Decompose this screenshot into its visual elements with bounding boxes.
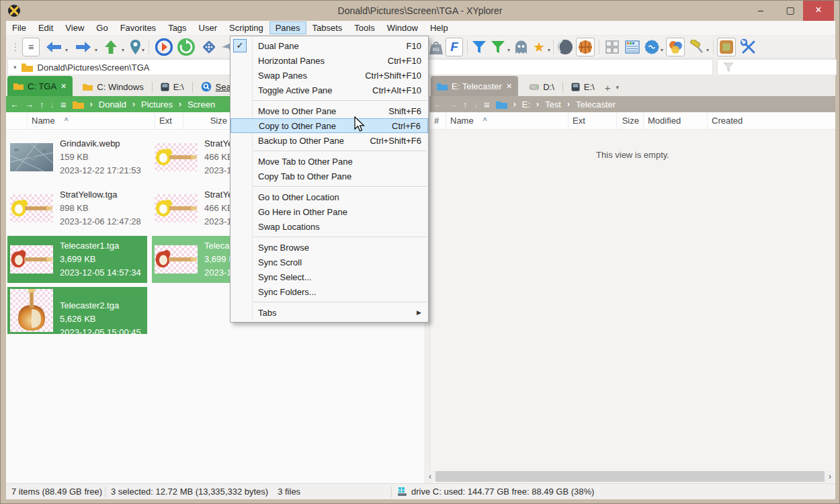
tab-c-windows[interactable]: C: Windows (77, 77, 149, 96)
scroll-right-icon[interactable]: › (825, 472, 835, 481)
badge-button[interactable] (644, 38, 659, 56)
menu-item-move-to-other-pane[interactable]: Move to Other Pane Shift+F6 (230, 103, 428, 118)
menu-item-go-here-in-other-pane[interactable]: Go Here in Other Pane (230, 204, 428, 219)
tab-close-icon[interactable]: ✕ (506, 82, 512, 91)
crumb-segment-test[interactable]: Test (545, 99, 561, 110)
crumb-back-icon[interactable]: ← (433, 99, 442, 110)
column-size[interactable]: Size (617, 112, 644, 129)
crumb-segment-e[interactable]: E: (522, 99, 530, 110)
up-button[interactable] (101, 38, 120, 56)
crumb-down-icon[interactable]: ↓ (474, 99, 478, 110)
tiles-view-button[interactable] (604, 38, 620, 56)
file-tile-telecaster2[interactable]: Telecaster2.tga 5,626 KB 2023-12-05 15:0… (7, 287, 147, 334)
column-name[interactable]: Name ^ (446, 112, 569, 129)
menu-item-horizontal-panes[interactable]: Horizontal Panes Ctrl+F10 (230, 53, 428, 68)
maximize-button[interactable]: ▢ (779, 1, 802, 21)
menu-item-dual-pane[interactable]: ✓ Dual Pane F10 (230, 38, 428, 53)
visual-filter-box[interactable] (717, 59, 837, 75)
star-caret[interactable]: ▾ (548, 47, 550, 53)
menu-item-tabs[interactable]: Tabs ▶ (230, 305, 428, 320)
address-chevron-icon[interactable]: ▾ (13, 64, 17, 71)
filter-green-caret[interactable]: ▾ (507, 47, 510, 53)
paint-roller-caret[interactable]: ▾ (706, 47, 709, 53)
tab-e-drive[interactable]: E:\ (155, 77, 190, 96)
color-circles-button[interactable] (666, 38, 685, 56)
menu-window[interactable]: Window (381, 22, 424, 34)
menu-favorites[interactable]: Favorites (114, 22, 162, 34)
column-icon[interactable] (6, 112, 28, 129)
crumb-forward-icon[interactable]: → (448, 99, 457, 110)
horizontal-scrollbar[interactable]: ‹ › (425, 471, 835, 482)
menu-item-backup-to-other-pane[interactable]: Backup to Other Pane Ctrl+Shift+F6 (230, 133, 428, 148)
menu-user[interactable]: User (193, 22, 223, 34)
menu-item-swap-locations[interactable]: Swap Locations (230, 219, 428, 234)
tab-close-icon[interactable]: ✕ (60, 82, 67, 91)
paint-roller-button[interactable] (689, 38, 705, 56)
file-tile-telecaster1[interactable]: Telecaster1.tga 3,699 KB 2023-12-05 14:5… (7, 236, 147, 283)
back-dropdown-caret[interactable]: ▾ (65, 47, 68, 53)
column-created[interactable]: Created (708, 112, 835, 129)
close-button[interactable]: ✕ (803, 1, 834, 21)
forward-button[interactable] (73, 38, 93, 56)
menu-help[interactable]: Help (424, 22, 454, 34)
column-name[interactable]: Name ^ (28, 112, 155, 129)
crumb-segment-telecaster[interactable]: Telecaster (576, 99, 616, 110)
menu-tabsets[interactable]: Tabsets (306, 22, 349, 34)
font-button[interactable]: F (446, 38, 463, 56)
moon-button[interactable] (557, 38, 573, 56)
menu-item-move-tab-to-other-pane[interactable]: Move Tab to Other Pane (230, 154, 428, 169)
up-dropdown-caret[interactable]: ▾ (122, 47, 124, 53)
menu-item-copy-tab-to-other-pane[interactable]: Copy Tab to Other Pane (230, 169, 428, 183)
menu-item-sync-browse[interactable]: Sync Browse (230, 240, 428, 255)
crumb-menu-icon[interactable]: ≡ (60, 99, 67, 110)
crumb-forward-icon[interactable]: → (25, 99, 34, 110)
refresh-button[interactable] (177, 38, 196, 56)
crumb-segment-pictures[interactable]: Pictures (141, 99, 173, 110)
file-tile-grindavik[interactable]: Grindavik.webp 159 KB 2023-12-22 17:21:5… (7, 134, 147, 181)
menu-edit[interactable]: Edit (32, 22, 59, 34)
crumb-back-icon[interactable]: ← (10, 99, 19, 110)
menu-view[interactable]: View (59, 22, 90, 34)
address-path[interactable]: Donald\Pictures\Screen\TGA (38, 62, 150, 73)
file-tile-stratyellow[interactable]: StratYellow.tga 898 KB 2023-12-06 12:47:… (7, 185, 147, 232)
filter-green-button[interactable] (490, 38, 506, 56)
tab-e-telecaster[interactable]: E: Telecaster ✕ (431, 76, 518, 96)
preview-frame-button[interactable] (717, 38, 736, 56)
menu-file[interactable]: File (6, 22, 32, 34)
tools-button[interactable] (740, 38, 757, 56)
crumb-down-icon[interactable]: ↓ (50, 99, 55, 110)
basketball-button[interactable] (576, 38, 595, 56)
dice-button[interactable] (200, 38, 218, 56)
new-tab-button[interactable]: + (601, 82, 615, 96)
crumb-segment-donald[interactable]: Donald (99, 99, 126, 110)
menu-item-go-to-other-location[interactable]: Go to Other Location (230, 190, 428, 204)
menu-item-swap-panes[interactable]: Swap Panes Ctrl+Shift+F10 (230, 68, 428, 83)
menu-item-copy-to-other-pane[interactable]: Copy to Other Pane Ctrl+F6 (230, 118, 428, 133)
weight-button[interactable]: KG (428, 38, 444, 56)
tab-c-tga[interactable]: C: TGA ✕ (7, 76, 73, 96)
menu-tools[interactable]: Tools (348, 22, 380, 34)
crumb-up-icon[interactable]: ↑ (40, 99, 44, 110)
back-button[interactable] (44, 38, 64, 56)
crumb-menu-icon[interactable]: ≡ (484, 99, 490, 110)
scrollbar-thumb[interactable] (435, 471, 825, 482)
menu-panes[interactable]: Panes (269, 22, 306, 34)
crumb-segment-screen[interactable]: Screen (187, 99, 215, 110)
tab-d-drive[interactable]: D:\ (523, 77, 560, 96)
favorites-star-button[interactable]: ★ (532, 38, 546, 56)
menu-go[interactable]: Go (90, 22, 114, 34)
pin-dropdown-caret[interactable]: ▾ (142, 47, 144, 53)
go-button[interactable] (154, 38, 174, 56)
menu-tags[interactable]: Tags (162, 22, 192, 34)
minimize-button[interactable]: – (749, 1, 772, 21)
crumb-up-icon[interactable]: ↑ (463, 99, 468, 110)
menu-item-sync-folders[interactable]: Sync Folders... (230, 284, 428, 299)
filter-button[interactable] (471, 38, 487, 56)
badge-caret[interactable]: ▾ (661, 47, 663, 53)
tab-e-drive-right[interactable]: E:\ (565, 77, 601, 96)
menu-item-sync-select[interactable]: Sync Select... (230, 269, 428, 284)
menu-item-toggle-active-pane[interactable]: Toggle Active Pane Ctrl+Alt+F10 (230, 83, 428, 97)
details-view-button[interactable] (624, 38, 640, 56)
column-ext[interactable]: Ext (569, 112, 617, 129)
column-number[interactable]: # (430, 112, 446, 129)
